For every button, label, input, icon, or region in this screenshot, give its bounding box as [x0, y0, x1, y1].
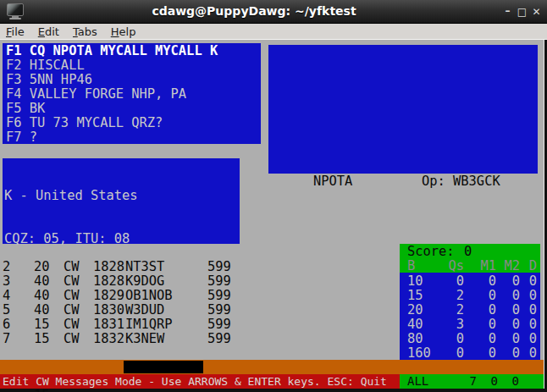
score-row-80: 800000: [400, 332, 540, 346]
score-d: 0: [503, 303, 537, 317]
score-band: 40: [407, 317, 423, 332]
score-band: 160: [407, 346, 431, 361]
score-row-160: 1600000: [400, 346, 540, 361]
cw-message-f7: F7 ?: [3, 130, 261, 145]
log-num: 5: [3, 303, 10, 317]
qso-entry-panel: [268, 45, 538, 174]
mode-status-section: Edit CW Messages Mode - Use ARROWS & ENT…: [0, 374, 400, 389]
dx-country: K - United States: [4, 189, 240, 203]
log-band: 40: [34, 303, 50, 317]
score-band: 80: [407, 332, 423, 346]
cw-message-f1: F1 CQ NPOTA MYCALL MYCALL K: [3, 44, 261, 58]
score-row-40: 403000: [400, 317, 540, 332]
dx-info-panel: K - United States CQZ: 05, ITU: 08: [3, 158, 240, 244]
close-icon[interactable]: ✕: [529, 4, 544, 19]
log-call: K3NEW: [125, 332, 164, 346]
menu-mnemonic: E: [38, 25, 45, 38]
score-column-headers: BQsM1M2D: [400, 259, 540, 273]
log-band: 15: [34, 332, 50, 346]
score-panel: Score: 0 BQsM1M2D 1000001520002020004030…: [400, 244, 540, 361]
window-title: cdawg@PuppyDawg: ~/yfktest: [0, 4, 508, 18]
total-label: ALL: [407, 375, 428, 388]
log-call: K9DOG: [125, 274, 164, 289]
log-time: 1828: [93, 274, 124, 289]
log-time: 1828: [93, 260, 124, 274]
mode-status-text: Edit CW Messages Mode - Use ARROWS & ENT…: [3, 375, 387, 388]
cw-message-f4: F4 VALLEY FORGE NHP, PA: [3, 87, 261, 102]
log-rst: 599: [207, 289, 231, 303]
menu-mnemonic: H: [111, 25, 119, 38]
status-bar: Edit CW Messages Mode - Use ARROWS & ENT…: [0, 374, 544, 389]
cw-message-f3: F3 5NN HP46: [3, 73, 261, 87]
score-col-b: B: [407, 259, 415, 273]
cw-message-f6: F6 TU 73 MYCALL QRZ?: [3, 116, 261, 130]
score-qs: 2: [430, 303, 464, 317]
score-qs: 3: [430, 317, 464, 332]
log-band: 20: [34, 260, 50, 274]
total-m2: 0: [494, 375, 519, 388]
log-num: 4: [3, 289, 10, 303]
window-controls: – □ ✕: [500, 0, 544, 24]
menu-item-tabs[interactable]: Tabs: [73, 25, 97, 38]
log-num: 7: [3, 332, 10, 346]
log-rst: 599: [207, 317, 231, 332]
menu-mnemonic: T: [73, 25, 78, 38]
current-qso-row: 8 15 CW 1832 599: [0, 360, 544, 374]
log-mode: CW: [64, 303, 80, 317]
cw-message-f2: F2 HISCALL: [3, 58, 261, 73]
log-rst: 599: [207, 332, 231, 346]
score-qs: 0: [430, 346, 464, 361]
terminal-window: cdawg@PuppyDawg: ~/yfktest – □ ✕ FileEdi…: [0, 0, 547, 392]
log-band: 40: [34, 274, 50, 289]
log-num: 2: [3, 260, 10, 274]
log-band: 40: [34, 289, 50, 303]
score-col-qs: Qs: [430, 259, 464, 273]
log-mode: CW: [64, 317, 80, 332]
log-time: 1830: [93, 303, 124, 317]
menu-item-file[interactable]: File: [6, 25, 25, 38]
score-row-15: 152000: [400, 289, 540, 303]
terminal-screen[interactable]: F1 CQ NPOTA MYCALL MYCALL KF2 HISCALLF3 …: [0, 40, 544, 389]
score-band: 20: [407, 303, 423, 317]
score-label: Score:: [407, 245, 455, 259]
score-total-section: ALL 7 0 0: [400, 374, 544, 389]
log-rst: 599: [207, 274, 231, 289]
callsign-input[interactable]: [124, 361, 203, 373]
score-d: 0: [503, 346, 537, 361]
score-table: 1000001520002020004030008000001600000: [400, 273, 540, 361]
score-col-d: D: [503, 259, 537, 273]
log-mode: CW: [64, 260, 80, 274]
log-call: OB1NOB: [125, 289, 173, 303]
log-mode: CW: [64, 332, 80, 346]
menu-item-edit[interactable]: Edit: [38, 25, 59, 38]
log-mode: CW: [64, 289, 80, 303]
log-mode: CW: [64, 274, 80, 289]
log-rst: 599: [207, 260, 231, 274]
score-row-10: 100000: [400, 274, 540, 289]
menu-bar: FileEditTabsHelp: [0, 24, 547, 40]
score-qs: 2: [430, 289, 464, 303]
maximize-icon[interactable]: □: [515, 4, 529, 19]
cw-message-f5: F5 BK: [3, 102, 261, 116]
cw-messages-panel: F1 CQ NPOTA MYCALL MYCALL KF2 HISCALLF3 …: [3, 43, 261, 144]
score-band: 10: [407, 274, 423, 289]
score-qs: 0: [430, 274, 464, 289]
log-rst: 599: [207, 303, 231, 317]
score-d: 0: [503, 289, 537, 303]
score-row-20: 202000: [400, 303, 540, 317]
log-num: 6: [3, 317, 10, 332]
log-call: NT3ST: [125, 260, 164, 274]
title-bar[interactable]: cdawg@PuppyDawg: ~/yfktest – □ ✕: [0, 0, 547, 24]
log-time: 1831: [93, 317, 124, 332]
score-d: 0: [503, 332, 537, 346]
dx-zones: CQZ: 05, ITU: 08: [4, 232, 240, 246]
minimize-icon[interactable]: –: [500, 4, 515, 19]
contest-label: NPOTA: [313, 174, 352, 189]
operator-label: Op: WB3GCK: [422, 174, 500, 189]
menu-item-help[interactable]: Help: [111, 25, 136, 38]
log-time: 1832: [93, 332, 124, 346]
score-d: 0: [503, 274, 537, 289]
log-time: 1829: [93, 289, 124, 303]
log-num: 3: [3, 274, 10, 289]
score-qs: 0: [430, 332, 464, 346]
